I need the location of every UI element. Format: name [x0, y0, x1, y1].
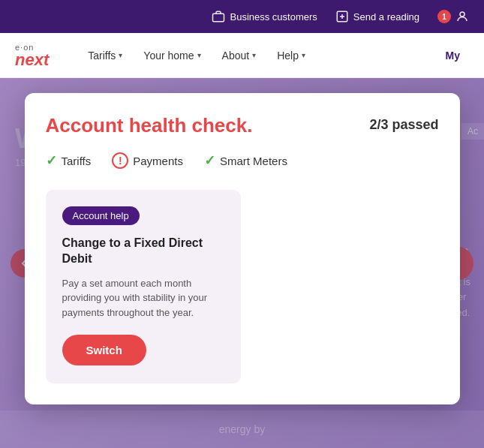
- health-check-modal: Account health check. 2/3 passed ✓ Tarif…: [25, 93, 460, 404]
- briefcase-icon: [212, 10, 225, 23]
- meter-icon: [335, 10, 349, 23]
- card-title: Change to a Fixed Direct Debit: [62, 236, 224, 267]
- check-tariffs: ✓ Tariffs: [46, 152, 92, 169]
- nav-item-your-home[interactable]: Your home ▾: [134, 44, 209, 68]
- card-description: Pay a set amount each month providing yo…: [62, 276, 224, 320]
- payments-check-label: Payments: [133, 155, 183, 167]
- top-bar: Business customers Send a reading 1: [0, 0, 484, 33]
- logo[interactable]: e·on next: [15, 43, 49, 68]
- tariffs-check-icon: ✓: [46, 152, 57, 169]
- about-chevron-icon: ▾: [252, 51, 256, 59]
- business-customers-link[interactable]: Business customers: [212, 10, 317, 23]
- tariffs-chevron-icon: ▾: [119, 51, 122, 59]
- account-help-card: Account help Change to a Fixed Direct De…: [46, 190, 241, 383]
- account-icon: [455, 10, 469, 23]
- modal-title: Account health check.: [46, 114, 253, 137]
- notification-badge: 1: [437, 10, 451, 23]
- svg-point-2: [460, 12, 464, 17]
- notification-area[interactable]: 1: [437, 10, 469, 23]
- help-chevron-icon: ▾: [302, 51, 305, 59]
- logo-next: next: [15, 52, 49, 68]
- switch-button[interactable]: Switch: [62, 335, 146, 365]
- card-badge: Account help: [62, 206, 140, 225]
- check-items: ✓ Tariffs ! Payments ✓ Smart Meters: [46, 152, 439, 169]
- nav-item-tariffs[interactable]: Tariffs ▾: [79, 44, 131, 68]
- check-payments: ! Payments: [112, 152, 183, 169]
- nav-item-about[interactable]: About ▾: [213, 44, 266, 68]
- svg-rect-0: [213, 14, 224, 22]
- tariffs-check-label: Tariffs: [62, 155, 92, 167]
- send-reading-link[interactable]: Send a reading: [335, 10, 419, 23]
- your-home-chevron-icon: ▾: [197, 51, 201, 59]
- header: e·on next Tariffs ▾ Your home ▾ About ▾ …: [0, 33, 484, 78]
- check-smart-meters: ✓ Smart Meters: [204, 152, 287, 169]
- modal-overlay: Account health check. 2/3 passed ✓ Tarif…: [0, 78, 484, 448]
- page-background: Wo 192 G Ac t paym payme ment is s after…: [0, 78, 484, 448]
- send-reading-label: Send a reading: [353, 11, 419, 23]
- payments-warning-icon: !: [112, 152, 128, 169]
- nav-item-help[interactable]: Help ▾: [268, 44, 314, 68]
- main-nav: Tariffs ▾ Your home ▾ About ▾ Help ▾ My: [79, 44, 469, 68]
- smart-meters-check-icon: ✓: [204, 152, 215, 169]
- nav-item-my[interactable]: My: [437, 44, 469, 68]
- smart-meters-check-label: Smart Meters: [220, 155, 287, 167]
- business-customers-label: Business customers: [230, 11, 317, 23]
- modal-score: 2/3 passed: [369, 114, 438, 133]
- modal-header: Account health check. 2/3 passed: [46, 114, 439, 137]
